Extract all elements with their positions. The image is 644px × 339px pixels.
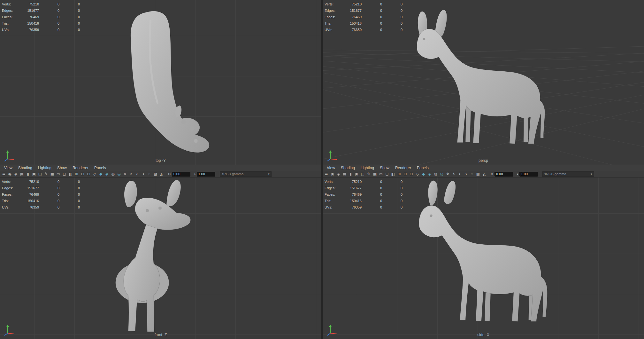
grid-toggle-icon[interactable]: ▦ xyxy=(49,171,55,177)
panel-menu-item[interactable]: View xyxy=(1,165,15,171)
panel-menu-item[interactable]: Shading xyxy=(338,165,358,171)
xray-mode-icon[interactable]: ❖ xyxy=(122,171,128,177)
menu-grip-icon[interactable]: ≣ xyxy=(1,171,7,177)
shadows-icon[interactable]: ◐ xyxy=(457,171,463,177)
gamma-input[interactable] xyxy=(519,172,538,177)
exposure-input[interactable] xyxy=(172,172,190,177)
all-lights-icon[interactable]: ☀ xyxy=(451,171,457,177)
view-transform-dropdown[interactable]: sRGB gamma ▾ xyxy=(542,171,594,177)
textured-mode-icon[interactable]: ◈ xyxy=(426,171,433,177)
stats-label: UVs: xyxy=(2,27,22,33)
occlusion-icon[interactable]: ◑ xyxy=(140,171,146,177)
stats-row: Edges: 151677 0 0 xyxy=(325,7,402,14)
panel-menu-item[interactable]: Lighting xyxy=(358,165,377,171)
view-transform-dropdown[interactable]: sRGB gamma ▾ xyxy=(220,171,272,177)
shadows-icon[interactable]: ◐ xyxy=(134,171,140,177)
wireframe-on-shaded-icon[interactable]: ◎ xyxy=(116,171,122,177)
select-camera-icon[interactable]: ◉ xyxy=(7,171,13,177)
panel-menu-item[interactable]: Lighting xyxy=(35,165,54,171)
grease-pencil-icon[interactable]: ✎ xyxy=(366,171,372,177)
okapi-model-top-view[interactable] xyxy=(131,11,209,153)
use-default-material-icon[interactable]: ◍ xyxy=(433,171,439,177)
view-axis-gizmo[interactable] xyxy=(3,322,17,336)
grease-pencil-icon[interactable]: ✎ xyxy=(43,171,49,177)
wireframe-mode-icon[interactable]: ◇ xyxy=(92,171,98,177)
gamma-icon[interactable]: ◑ xyxy=(516,172,518,176)
panel-menu-item[interactable]: Show xyxy=(377,165,392,171)
view-axis-gizmo[interactable] xyxy=(326,147,340,162)
camera-attributes-icon[interactable]: ▤ xyxy=(19,171,25,177)
stats-col3: 0 xyxy=(59,178,80,185)
film-gate-icon[interactable]: ▭ xyxy=(55,171,61,177)
stats-value: 76469 xyxy=(22,191,39,198)
safe-action-icon[interactable]: ⊡ xyxy=(80,171,86,177)
safe-title-icon[interactable]: ⊟ xyxy=(408,171,414,177)
stats-col2: 0 xyxy=(362,191,382,198)
multisample-icon[interactable]: ▩ xyxy=(152,171,158,177)
bookmarks-icon[interactable]: ▮ xyxy=(25,171,31,177)
film-gate-icon[interactable]: ▭ xyxy=(378,171,384,177)
occlusion-icon[interactable]: ◑ xyxy=(463,171,469,177)
okapi-model-front-view[interactable] xyxy=(116,180,191,332)
motion-blur-icon[interactable]: ◌ xyxy=(146,171,152,177)
panel-menu-item[interactable]: Show xyxy=(54,165,70,171)
okapi-model-side-view[interactable] xyxy=(419,181,547,322)
multisample-icon[interactable]: ▩ xyxy=(475,171,481,177)
isolate-select-icon[interactable]: ◭ xyxy=(158,171,165,177)
okapi-model-persp-view[interactable] xyxy=(417,10,545,144)
menu-grip-icon[interactable]: ≣ xyxy=(323,171,329,177)
textured-mode-icon[interactable]: ◈ xyxy=(104,171,110,177)
xray-mode-icon[interactable]: ❖ xyxy=(445,171,451,177)
gamma-icon[interactable]: ◑ xyxy=(194,172,196,176)
panel-menu-item[interactable]: View xyxy=(324,165,338,171)
resolution-gate-icon[interactable]: ◻ xyxy=(384,171,390,177)
lock-camera-icon[interactable]: ◈ xyxy=(335,171,341,177)
safe-title-icon[interactable]: ⊟ xyxy=(86,171,92,177)
okapi-eye-bump xyxy=(194,139,198,143)
panel-menu-item[interactable]: Renderer xyxy=(70,165,91,171)
stats-value: 150416 xyxy=(345,20,362,27)
pan-zoom-icon[interactable]: ▢ xyxy=(37,171,43,177)
exposure-input[interactable] xyxy=(494,172,513,177)
exposure-icon[interactable]: ⚙ xyxy=(168,172,171,176)
panel-menu-item[interactable]: Panels xyxy=(91,165,109,171)
gate-mask-icon[interactable]: ◧ xyxy=(390,171,396,177)
view-axis-gizmo[interactable] xyxy=(326,322,340,336)
use-default-material-icon[interactable]: ◍ xyxy=(110,171,116,177)
lock-camera-icon[interactable]: ◈ xyxy=(13,171,19,177)
gamma-input[interactable] xyxy=(197,172,215,177)
isolate-select-icon[interactable]: ◭ xyxy=(481,171,487,177)
hud-poly-count: Verts: 75210 0 0 Edges: 151677 0 0 Faces… xyxy=(2,178,80,210)
panel-menu-item[interactable]: Shading xyxy=(15,165,35,171)
view-axis-gizmo[interactable] xyxy=(3,147,17,162)
panel-menu-item[interactable]: Panels xyxy=(414,165,432,171)
viewport-content-front: Verts: 75210 0 0 Edges: 151677 0 0 Faces… xyxy=(0,177,321,339)
stats-col3: 0 xyxy=(59,27,80,33)
stats-value: 76469 xyxy=(22,14,39,20)
wireframe-mode-icon[interactable]: ◇ xyxy=(414,171,420,177)
shaded-mode-icon[interactable]: ◆ xyxy=(420,171,426,177)
image-plane-icon[interactable]: ▣ xyxy=(354,171,360,177)
exposure-icon[interactable]: ⚙ xyxy=(490,172,494,176)
grid-toggle-icon[interactable]: ▦ xyxy=(372,171,378,177)
resolution-gate-icon[interactable]: ◻ xyxy=(61,171,67,177)
stats-row: Tris: 150416 0 0 xyxy=(2,198,80,204)
motion-blur-icon[interactable]: ◌ xyxy=(469,171,475,177)
camera-attributes-icon[interactable]: ▤ xyxy=(341,171,348,177)
wireframe-on-shaded-icon[interactable]: ◎ xyxy=(439,171,445,177)
bookmarks-icon[interactable]: ▮ xyxy=(348,171,354,177)
panel-menu-item[interactable]: Renderer xyxy=(392,165,414,171)
pan-zoom-icon[interactable]: ▢ xyxy=(360,171,366,177)
stats-label: Faces: xyxy=(325,191,345,198)
stats-row: Verts: 75210 0 0 xyxy=(2,1,80,7)
stats-col2: 0 xyxy=(362,7,382,14)
gate-mask-icon[interactable]: ◧ xyxy=(67,171,73,177)
image-plane-icon[interactable]: ▣ xyxy=(31,171,37,177)
okapi-eye xyxy=(423,38,425,40)
field-chart-icon[interactable]: ⊞ xyxy=(396,171,402,177)
all-lights-icon[interactable]: ☀ xyxy=(128,171,134,177)
select-camera-icon[interactable]: ◉ xyxy=(329,171,335,177)
field-chart-icon[interactable]: ⊞ xyxy=(73,171,80,177)
safe-action-icon[interactable]: ⊡ xyxy=(402,171,408,177)
shaded-mode-icon[interactable]: ◆ xyxy=(98,171,104,177)
